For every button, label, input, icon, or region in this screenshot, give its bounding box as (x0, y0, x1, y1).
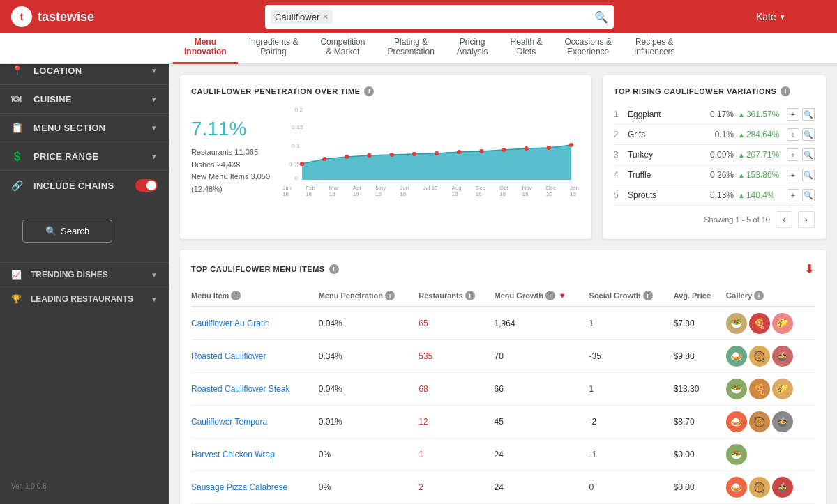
table-cell-gallery: 🥗 🍕 🌮 (726, 307, 815, 340)
search-bar: Cauliflower ✕ 🔍 (265, 5, 614, 29)
tab-ingredients-pairing[interactable]: Ingredients &Pairing (238, 31, 310, 64)
tab-health-diets[interactable]: Health &Diets (499, 31, 554, 64)
variation-add-btn-3[interactable]: + (787, 148, 799, 161)
th-gallery-info[interactable]: i (754, 291, 764, 300)
svg-point-16 (547, 146, 551, 150)
table-cell-restaurants[interactable]: 2 (418, 471, 494, 504)
download-button[interactable]: ⬇ (804, 261, 815, 277)
food-thumb: 🍛 (726, 411, 747, 432)
sidebar-item-menu-section[interactable]: 📋 MENU SECTION ▼ (0, 113, 169, 142)
cuisine-icon: 🍽 (11, 93, 27, 105)
search-tag[interactable]: Cauliflower ✕ (271, 10, 333, 24)
th-gallery: Gallery i (726, 285, 815, 307)
big-percentage: 7.11% (191, 105, 270, 141)
food-thumb: 🍲 (772, 411, 793, 432)
search-tag-close-icon[interactable]: ✕ (322, 13, 329, 22)
svg-point-9 (390, 153, 394, 157)
tab-plating-presentation[interactable]: Plating &Presentation (376, 31, 445, 64)
chevron-down-icon-4: ▼ (151, 153, 158, 160)
stats-text: Restaurants 11,065 Dishes 24,438 New Men… (191, 146, 270, 195)
variation-search-btn-2[interactable]: 🔍 (802, 128, 815, 141)
table-cell-name[interactable]: Cauliflower Au Gratin (191, 307, 319, 340)
tab-menu-innovation[interactable]: MenuInnovation (173, 31, 238, 64)
th-restaurants-info[interactable]: i (465, 291, 475, 300)
table-info-icon[interactable]: i (329, 264, 339, 274)
chevron-down-icon-6: ▼ (151, 296, 158, 303)
table-cell-penetration: 0% (319, 471, 418, 504)
sidebar-label-include-chains: INCLUDE CHAINS (33, 181, 114, 191)
table-cell-restaurants[interactable]: 1 (418, 438, 494, 471)
user-chevron-icon[interactable]: ▼ (779, 13, 786, 21)
table-cell-restaurants[interactable]: 12 (418, 406, 494, 438)
variation-search-btn-4[interactable]: 🔍 (802, 169, 815, 181)
search-button[interactable]: 🔍 Search (22, 220, 112, 243)
pagination-prev-btn[interactable]: ‹ (776, 211, 792, 228)
sidebar-item-leading-restaurants[interactable]: 🏆 LEADING RESTAURANTS ▼ (0, 287, 169, 311)
chevron-down-icon-3: ▼ (151, 124, 158, 132)
sidebar-item-cuisine[interactable]: 🍽 CUISINE ▼ (0, 84, 169, 113)
table-cell-restaurants[interactable]: 535 (418, 340, 494, 373)
search-button-icon[interactable]: 🔍 (594, 10, 608, 24)
sidebar-item-price-range[interactable]: 💲 PRICE RANGE ▼ (0, 142, 169, 170)
table-cell-name[interactable]: Harvest Chicken Wrap (191, 438, 319, 471)
table-cell-name[interactable]: Roasted Cauliflower Steak (191, 373, 319, 406)
th-avg-price: Avg. Price (674, 285, 726, 307)
table-cell-growth: 70 (495, 340, 589, 373)
search-input[interactable] (333, 12, 591, 22)
th-social-info[interactable]: i (643, 291, 653, 300)
svg-text:0.1: 0.1 (292, 142, 300, 149)
tab-competition-market[interactable]: Competition& Market (309, 31, 376, 64)
svg-point-12 (457, 150, 461, 154)
food-thumb: 🌮 (772, 379, 793, 399)
table-cell-name[interactable]: Roasted Cauliflower (191, 340, 319, 373)
table-cell-restaurants[interactable]: 68 (418, 373, 494, 406)
table-header: Menu Item i Menu Penetration i Restauran… (191, 285, 815, 307)
table-cell-restaurants[interactable]: 65 (418, 307, 494, 340)
th-menu-penetration: Menu Penetration i (319, 285, 418, 307)
logo-icon: t (11, 6, 32, 27)
table-card: TOP CAULIFLOWER MENU ITEMS i ⬇ Menu Item… (180, 250, 826, 504)
variations-card: TOP RISING CAULIFLOWER VARIATIONS i 1 Eg… (603, 75, 826, 239)
food-thumb: 🍲 (772, 346, 793, 367)
th-growth-info[interactable]: i (545, 291, 555, 300)
svg-text:0: 0 (294, 174, 298, 181)
table-cell-gallery: 🍛 🥘 🍲 (726, 406, 815, 438)
variation-row-1: 1 Eggplant 0.17% ▲ 361.57% + 🔍 (614, 105, 815, 125)
variation-search-btn-5[interactable]: 🔍 (802, 189, 815, 201)
variation-add-btn-2[interactable]: + (787, 128, 799, 141)
tab-occasions-experience[interactable]: Occasions &Experience (554, 31, 623, 64)
variations-info-icon[interactable]: i (781, 86, 790, 96)
sidebar-item-trending-dishes[interactable]: 📈 TRENDING DISHES ▼ (0, 263, 169, 287)
table-cell-name[interactable]: Cauliflower Tempura (191, 406, 319, 438)
include-chains-toggle[interactable] (135, 179, 158, 192)
penetration-info-icon[interactable]: i (364, 86, 374, 96)
table-cell-gallery: 🍛 🥘 🍲 (726, 471, 815, 504)
pagination-next-btn[interactable]: › (798, 211, 815, 228)
table-row: Cauliflower Tempura 0.01% 12 45 -2 $8.70… (191, 406, 815, 438)
sidebar-item-include-chains[interactable]: 🔗 INCLUDE CHAINS (0, 170, 169, 200)
svg-text:0.15: 0.15 (292, 123, 303, 130)
search-btn-label: Search (61, 226, 89, 236)
th-penetration-info[interactable]: i (385, 291, 395, 300)
table-cell-gallery: 🥗 🍕 🌮 (726, 373, 815, 406)
table-row: Roasted Cauliflower 0.34% 535 70 -35 $9.… (191, 340, 815, 373)
table-row: Harvest Chicken Wrap 0% 1 24 -1 $0.00 🥗 (191, 438, 815, 471)
chevron-down-icon-2: ▼ (151, 96, 158, 103)
variation-search-btn-3[interactable]: 🔍 (802, 148, 815, 161)
table-cell-price: $7.80 (674, 307, 726, 340)
th-restaurants: Restaurants i (418, 285, 494, 307)
svg-point-17 (569, 143, 573, 147)
variation-add-btn-5[interactable]: + (787, 189, 799, 201)
location-icon: 📍 (11, 65, 27, 76)
table-cell-social: 1 (589, 373, 674, 406)
variation-add-btn-4[interactable]: + (787, 169, 799, 181)
table-cell-name[interactable]: Sausage Pizza Calabrese (191, 471, 319, 504)
penetration-left: 7.11% Restaurants 11,065 Dishes 24,438 N… (191, 105, 270, 195)
tab-pricing-analysis[interactable]: PricingAnalysis (446, 31, 499, 64)
brand-name: tastewise (38, 10, 94, 24)
tab-recipes-influencers[interactable]: Recipes &Influencers (623, 31, 686, 64)
variation-search-btn-1[interactable]: 🔍 (802, 108, 815, 121)
leading-icon: 🏆 (11, 294, 25, 304)
variation-add-btn-1[interactable]: + (787, 108, 799, 121)
th-menu-item-info[interactable]: i (231, 291, 241, 300)
